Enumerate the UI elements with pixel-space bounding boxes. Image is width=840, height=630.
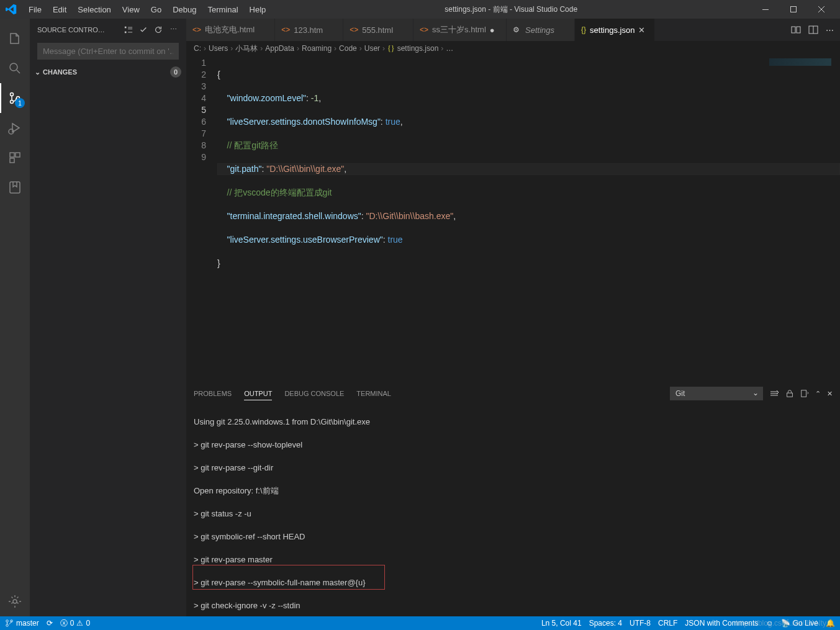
commit-message-input[interactable]	[37, 43, 179, 60]
close-panel-icon[interactable]: ✕	[827, 390, 833, 398]
commit-icon[interactable]	[138, 24, 149, 35]
view-tree-icon[interactable]	[123, 24, 134, 35]
menu-terminal[interactable]: Terminal	[202, 2, 243, 17]
menu-file[interactable]: File	[24, 2, 47, 17]
breadcrumb[interactable]: C:› Users› 小马林› AppData› Roaming› Code› …	[186, 41, 840, 56]
tab-3[interactable]: <>ss三十岁s.html●	[413, 19, 507, 41]
minimap[interactable]	[769, 58, 831, 66]
split-icon[interactable]	[808, 25, 818, 35]
code-text: -1	[311, 93, 318, 103]
modified-dot-icon[interactable]: ●	[490, 25, 500, 35]
clear-output-icon[interactable]	[769, 389, 779, 398]
status-indent[interactable]: Spaces: 4	[589, 619, 622, 628]
status-encoding[interactable]: UTF-8	[630, 619, 651, 628]
code-content[interactable]: { "window.zoomLevel": -1, "liveServer.se…	[217, 56, 840, 383]
maximize-panel-icon[interactable]: ⌃	[815, 390, 821, 398]
output-line: > git symbolic-ref --short HEAD	[194, 531, 833, 543]
bc-seg[interactable]: …	[446, 44, 453, 53]
code-text: "D:\\Git\\bin\\git.exe"	[266, 164, 344, 174]
chevron-down-icon: ⌄	[35, 68, 40, 76]
menu-selection[interactable]: Selection	[73, 2, 115, 17]
json-icon: {}	[387, 44, 395, 53]
svg-rect-17	[792, 27, 795, 33]
maximize-button[interactable]	[779, 0, 807, 19]
status-branch[interactable]: master	[5, 619, 39, 628]
status-cursor[interactable]: Ln 5, Col 41	[541, 619, 582, 628]
code-text: "window.zoomLevel"	[227, 93, 306, 103]
panel-tab-debug[interactable]: DEBUG CONSOLE	[284, 387, 344, 400]
menu-debug[interactable]: Debug	[168, 2, 201, 17]
bc-seg[interactable]: Roaming	[302, 44, 332, 53]
activity-extensions[interactable]	[0, 143, 30, 173]
tab-actions: ⋯	[785, 19, 840, 41]
code-text: :	[381, 117, 386, 127]
code-text: }	[217, 258, 220, 268]
tab-4[interactable]: ⚙ Settings✕	[507, 19, 575, 41]
bc-seg[interactable]: C:	[194, 44, 201, 53]
menu-view[interactable]: View	[117, 2, 145, 17]
menu-help[interactable]: Help	[245, 2, 271, 17]
activity-explorer[interactable]: 1	[0, 24, 30, 53]
more-icon[interactable]: ⋯	[826, 25, 834, 35]
tab-1[interactable]: <>123.htm✕	[275, 19, 343, 41]
svg-point-22	[6, 620, 9, 623]
tab-0[interactable]: <>电池充电.html✕	[186, 19, 275, 41]
output-line: > git rev-parse master	[194, 554, 833, 566]
window-controls	[751, 0, 835, 19]
panel-tab-output[interactable]: OUTPUT	[244, 387, 272, 400]
activity-search[interactable]	[0, 53, 30, 83]
bc-seg[interactable]: settings.json	[397, 44, 439, 53]
bc-seg[interactable]: Users	[209, 44, 228, 53]
output-line: > git rev-parse --git-dir	[194, 462, 833, 474]
svg-rect-18	[797, 27, 800, 33]
bc-seg[interactable]: Code	[339, 44, 357, 53]
output-channel-label: Git	[675, 389, 685, 398]
refresh-icon[interactable]	[153, 24, 164, 35]
output-body[interactable]: Using git 2.25.0.windows.1 from D:\Git\b…	[186, 403, 840, 616]
line-gutter: 123456789	[186, 56, 217, 383]
panel-tab-terminal[interactable]: TERMINAL	[356, 387, 391, 400]
bc-seg[interactable]: 小马林	[235, 43, 258, 54]
bc-seg[interactable]: AppData	[265, 44, 294, 53]
svg-rect-0	[762, 9, 769, 10]
code-text: :	[361, 211, 366, 221]
code-text: true	[388, 235, 403, 245]
more-icon[interactable]: ⋯	[168, 24, 179, 35]
window-title: settings.json - 前端 - Visual Studio Code	[271, 4, 751, 15]
tab-2[interactable]: <>555.html✕	[343, 19, 413, 41]
activity-bookmark[interactable]	[0, 173, 30, 202]
activity-debug[interactable]	[0, 113, 30, 143]
status-eol[interactable]: CRLF	[658, 619, 677, 628]
minimize-button[interactable]	[751, 0, 779, 19]
activity-settings[interactable]	[0, 587, 30, 616]
editor-group: <>电池充电.html✕ <>123.htm✕ <>555.html✕ <>ss…	[186, 19, 840, 616]
compare-icon[interactable]	[791, 25, 801, 35]
menu-edit[interactable]: Edit	[48, 2, 71, 17]
scm-badge: 1	[15, 98, 25, 108]
status-sync[interactable]: ⟳	[47, 619, 53, 628]
close-button[interactable]	[807, 0, 835, 19]
menu-go[interactable]: Go	[146, 2, 166, 17]
output-channel-select[interactable]: Git	[670, 387, 763, 400]
svg-rect-10	[10, 182, 20, 193]
tab-5[interactable]: {}settings.json✕	[575, 19, 655, 41]
output-line: > git rev-parse --show-toplevel	[194, 439, 833, 451]
code-text: ,	[318, 93, 321, 103]
open-log-icon[interactable]	[800, 389, 809, 398]
changes-label: CHANGES	[43, 68, 77, 76]
svg-rect-1	[790, 7, 796, 12]
close-icon[interactable]: ✕	[638, 25, 648, 35]
tab-label: 555.html	[362, 25, 393, 35]
status-warnings: 0	[86, 619, 90, 628]
svg-rect-15	[128, 32, 132, 32]
svg-point-2	[10, 63, 17, 71]
changes-section[interactable]: ⌄ CHANGES 0	[30, 65, 186, 79]
activity-scm[interactable]: 1	[0, 83, 30, 113]
bc-seg[interactable]: User	[364, 44, 380, 53]
code-editor[interactable]: 123456789 { "window.zoomLevel": -1, "liv…	[186, 56, 840, 383]
panel-tab-problems[interactable]: PROBLEMS	[194, 387, 232, 400]
lock-scroll-icon[interactable]	[785, 389, 794, 398]
status-problems[interactable]: ⓧ0 ⚠0	[60, 618, 90, 629]
svg-rect-8	[16, 153, 20, 157]
menu-bar: File Edit Selection View Go Debug Termin…	[24, 2, 271, 17]
